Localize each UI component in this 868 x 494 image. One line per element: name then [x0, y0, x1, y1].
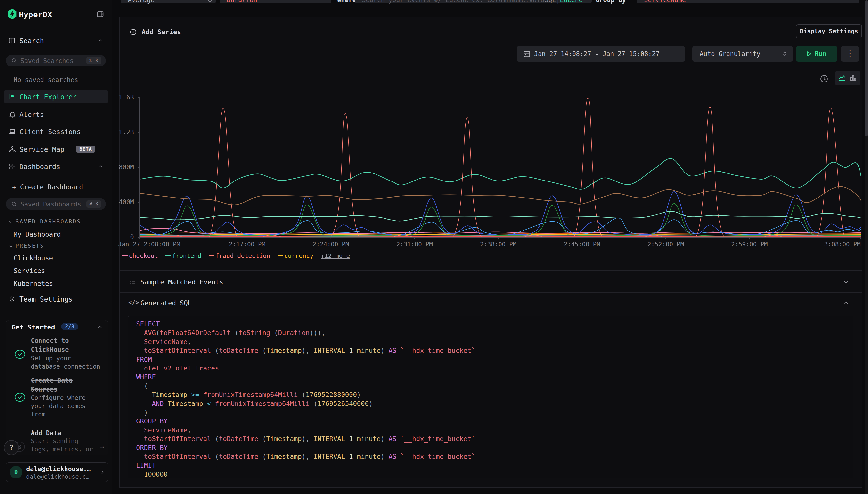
chevron-right-icon [99, 470, 105, 475]
sidebar-item-client-sessions[interactable]: Client Sessions [4, 125, 108, 138]
sidebar-item-service-map[interactable]: Service MapBETA [4, 142, 108, 156]
series-other-teal-light [139, 211, 863, 221]
granularity-select[interactable]: Auto Granularity [692, 46, 793, 62]
add-series-button[interactable]: Add Series [130, 28, 181, 36]
legend-item-fraud-detection[interactable]: fraud-detection [209, 252, 270, 259]
dashboard-link-my-dashboard[interactable]: My Dashboard [14, 230, 61, 238]
sql-line: ) [136, 408, 148, 417]
more-options-button[interactable]: ⋮ [841, 46, 859, 62]
user-email: dale@clickhouse.c… [26, 473, 89, 480]
line-chart-icon[interactable] [838, 74, 846, 82]
time-range-picker[interactable]: Jan 27 14:08:27 - Jan 27 15:08:27 [517, 46, 685, 62]
sample-matched-events-panel[interactable]: Sample Matched Events [119, 270, 863, 292]
grid-icon [9, 163, 16, 170]
x-axis-tick-label: 2:17:00 PM [229, 241, 265, 248]
gear-icon [8, 295, 16, 303]
sql-line: ServiceName, [136, 338, 191, 346]
chevron-up-icon[interactable] [98, 38, 103, 43]
get-started-progress-badge: 2/3 [61, 323, 78, 330]
sidebar-item-label: Client Sessions [19, 128, 81, 136]
y-axis-tick-label: 1.2B [100, 129, 134, 136]
laptop-icon [9, 128, 16, 135]
sql-line: GROUP BY [136, 417, 168, 425]
scrollbar-thumb[interactable] [865, 0, 868, 136]
run-button[interactable]: Run [796, 46, 837, 62]
sidebar-item-alerts[interactable]: Alerts [4, 108, 108, 121]
sidebar-item-label: Dashboards [19, 163, 60, 171]
chevron-down-icon [8, 219, 14, 225]
group-header-presets[interactable]: PRESETS [8, 243, 44, 250]
run-label: Run [815, 50, 827, 57]
step-subtitle: Start sending [31, 437, 93, 445]
query-language-toggle[interactable]: SQL|Lucene [545, 0, 583, 3]
chevron-up-icon[interactable] [843, 300, 850, 306]
legend-item-checkout[interactable]: checkout [122, 252, 158, 259]
list-icon [129, 278, 137, 286]
dashboard-link-services[interactable]: Services [14, 267, 45, 274]
saved-searches-input[interactable]: Saved Searches ⌘ K [6, 55, 106, 66]
search-section-icon [8, 37, 16, 44]
chart-line-icon [9, 93, 16, 100]
series-other-green [139, 204, 863, 236]
legend-label: frontend [172, 252, 201, 259]
time-range-value: Jan 27 14:08:27 - Jan 27 15:08:27 [534, 50, 660, 57]
time-toggle-icon[interactable] [819, 74, 829, 83]
sql-code-block[interactable]: SELECT AVG(toFloat64OrDefault (toString … [128, 316, 853, 478]
legend-label: currency [284, 252, 313, 259]
user-name: dale@clickhouse.… [26, 466, 91, 473]
legend-swatch [209, 255, 214, 256]
step-title: Connect to [31, 336, 69, 345]
user-menu[interactable]: D dale@clickhouse.… dale@clickhouse.c… [5, 462, 109, 482]
sidebar-item-chart-explorer[interactable]: Chart Explorer [4, 90, 108, 103]
dashboard-link-clickhouse[interactable]: ClickHouse [14, 254, 53, 262]
step-subtitle: from [31, 410, 85, 419]
sidebar-collapse-icon[interactable] [96, 10, 104, 18]
x-axis-tick-label: 2:52:00 PM [648, 241, 684, 248]
mode-sql-label[interactable]: SQL [545, 0, 556, 4]
help-button[interactable]: ? [4, 440, 19, 455]
sidebar-item-dashboards[interactable]: Dashboards [4, 160, 108, 173]
field-value: Duration [227, 0, 257, 3]
chevron-down-icon [843, 279, 850, 286]
sql-line: LIMIT [136, 461, 156, 470]
bar-chart-icon[interactable] [849, 74, 857, 82]
select-chevrons-icon [781, 50, 788, 57]
group-header-saved-dashboards[interactable]: SAVED DASHBOARDS [8, 218, 81, 226]
legend-swatch [122, 255, 128, 256]
step-subtitle: database connection [31, 362, 100, 371]
sidebar-item-label: Chart Explorer [19, 93, 77, 101]
sidebar-section-search[interactable]: Search [0, 35, 112, 46]
create-dashboard-button[interactable]: + Create Dashboard [12, 183, 83, 191]
sidebar-item-team-settings[interactable]: Team Settings [0, 293, 112, 304]
legend-more-link[interactable]: +12 more [321, 252, 350, 259]
dashboard-link-kubernetes[interactable]: Kubernetes [14, 280, 53, 287]
saved-dashboards-input[interactable]: Saved Dashboards ⌘ K [6, 198, 106, 210]
shortcut-badge: ⌘ K [86, 57, 101, 64]
display-settings-button[interactable]: Display Settings [796, 24, 862, 38]
saved-searches-placeholder: Saved Searches [20, 57, 74, 64]
group-by-value: ServiceName [644, 0, 686, 3]
timeseries-chart[interactable] [137, 92, 863, 241]
mode-lucene-label[interactable]: Lucene [560, 0, 583, 4]
step-subtitle: Set up your [31, 354, 100, 362]
get-started-card: Get Started 2/3 Connect toClickHouseSet … [5, 320, 109, 455]
plus-circle-icon [130, 28, 137, 36]
where-label: Where [337, 0, 356, 3]
legend-item-frontend[interactable]: frontend [165, 252, 201, 259]
legend-item-currency[interactable]: currency [277, 252, 313, 259]
legend-swatch [165, 255, 171, 256]
sql-line: SELECT [136, 320, 160, 328]
chart-type-toggle [835, 71, 860, 86]
sql-line: Timestamp >= fromUnixTimestamp64Milli (1… [136, 391, 361, 399]
group-by-label: Group By [596, 0, 626, 3]
chart-legend: checkoutfrontendfraud-detectioncurrency+… [122, 252, 350, 259]
chevron-up-icon[interactable] [97, 324, 103, 330]
get-started-title: Get Started [12, 323, 55, 331]
avatar: D [10, 466, 22, 478]
x-axis-tick-label: 2:38:00 PM [480, 241, 517, 248]
mode-divider: | [556, 0, 560, 4]
arrow-right-icon: → [100, 443, 104, 451]
sql-line: WHERE [136, 373, 156, 381]
no-saved-searches-text: No saved searches [14, 76, 78, 83]
y-axis-tick-label: 1.6B [100, 94, 134, 101]
